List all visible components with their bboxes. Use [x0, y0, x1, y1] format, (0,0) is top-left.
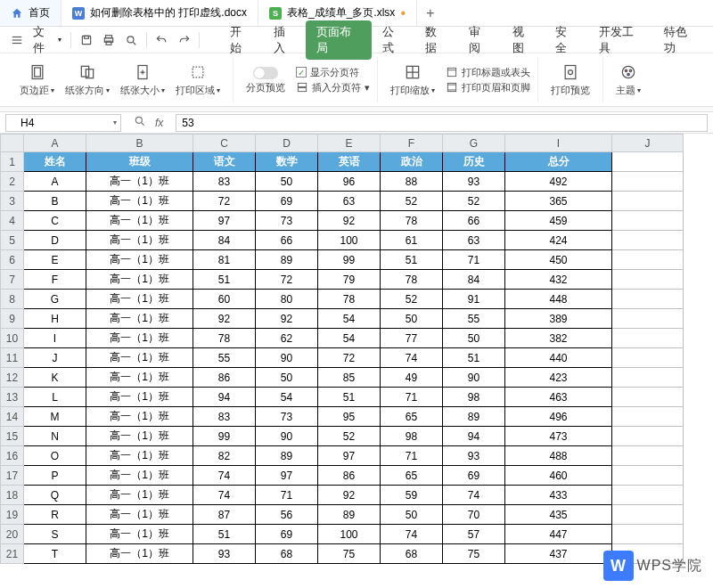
- column-header[interactable]: C: [193, 135, 256, 152]
- header-cell[interactable]: 语文: [193, 152, 256, 172]
- cell[interactable]: 高一（1）班: [86, 270, 193, 290]
- cell[interactable]: 90: [256, 427, 318, 446]
- cell[interactable]: 437: [505, 544, 612, 564]
- cell[interactable]: 92: [256, 309, 318, 329]
- cell[interactable]: 71: [381, 388, 443, 407]
- column-header[interactable]: G: [443, 135, 505, 152]
- cell[interactable]: 81: [193, 250, 256, 270]
- cell[interactable]: 高一（1）班: [86, 329, 193, 348]
- column-header[interactable]: A: [24, 135, 86, 152]
- cell[interactable]: 86: [318, 466, 381, 486]
- cell[interactable]: 488: [505, 446, 612, 466]
- cell[interactable]: 82: [193, 446, 256, 466]
- cell[interactable]: 63: [443, 231, 505, 250]
- cell[interactable]: 98: [443, 388, 505, 407]
- cell[interactable]: [612, 329, 684, 348]
- theme-button[interactable]: 主题▾: [611, 61, 646, 99]
- cell[interactable]: 89: [256, 446, 318, 466]
- cell[interactable]: 51: [193, 270, 256, 290]
- menu-tab-4[interactable]: 数据: [414, 20, 458, 60]
- header-cell[interactable]: 数学: [256, 152, 318, 172]
- cell[interactable]: 382: [505, 329, 612, 348]
- cell[interactable]: 62: [256, 329, 318, 348]
- cell[interactable]: 496: [505, 407, 612, 427]
- cell[interactable]: 86: [193, 368, 256, 388]
- cell[interactable]: 52: [381, 290, 443, 309]
- cell[interactable]: 433: [505, 486, 612, 505]
- tab-new-button[interactable]: +: [417, 5, 444, 21]
- cell[interactable]: 74: [381, 525, 443, 544]
- fx-search-icon[interactable]: [134, 115, 146, 130]
- cell[interactable]: 60: [193, 290, 256, 309]
- cell[interactable]: 75: [318, 544, 381, 564]
- cell[interactable]: L: [24, 388, 86, 407]
- cell[interactable]: [612, 192, 684, 211]
- cell[interactable]: 99: [193, 427, 256, 446]
- row-header[interactable]: 18: [1, 486, 24, 505]
- row-header[interactable]: 9: [1, 309, 24, 329]
- cell[interactable]: 55: [193, 348, 256, 368]
- cell[interactable]: [612, 427, 684, 446]
- cell[interactable]: 97: [256, 466, 318, 486]
- cell[interactable]: 72: [318, 348, 381, 368]
- row-header[interactable]: 5: [1, 231, 24, 250]
- cell[interactable]: 52: [381, 192, 443, 211]
- cell[interactable]: 94: [443, 427, 505, 446]
- row-header[interactable]: 12: [1, 368, 24, 388]
- cell[interactable]: 83: [193, 172, 256, 192]
- cell[interactable]: 52: [318, 427, 381, 446]
- row-header[interactable]: 21: [1, 544, 24, 564]
- cell[interactable]: 71: [381, 446, 443, 466]
- cell[interactable]: 447: [505, 525, 612, 544]
- print-preview-button[interactable]: 打印预览: [545, 61, 595, 99]
- cell[interactable]: 高一（1）班: [86, 172, 193, 192]
- cell[interactable]: 51: [193, 525, 256, 544]
- cell[interactable]: 78: [381, 270, 443, 290]
- menu-tab-5[interactable]: 审阅: [458, 20, 502, 60]
- cell[interactable]: 高一（1）班: [86, 211, 193, 231]
- cell[interactable]: 70: [443, 505, 505, 525]
- row-header[interactable]: 17: [1, 466, 24, 486]
- cell[interactable]: 71: [443, 250, 505, 270]
- cell[interactable]: 79: [318, 270, 381, 290]
- cell[interactable]: 高一（1）班: [86, 348, 193, 368]
- cell[interactable]: 65: [381, 407, 443, 427]
- cell[interactable]: 98: [381, 427, 443, 446]
- cell[interactable]: 54: [318, 329, 381, 348]
- print-button[interactable]: [97, 29, 119, 52]
- cell[interactable]: 87: [193, 505, 256, 525]
- cell[interactable]: E: [24, 250, 86, 270]
- cell[interactable]: 68: [256, 544, 318, 564]
- cell[interactable]: 78: [193, 329, 256, 348]
- cell[interactable]: [612, 388, 684, 407]
- cell[interactable]: 高一（1）班: [86, 466, 193, 486]
- tab-doc[interactable]: W 如何删除表格中的 打印虚线.docx: [61, 0, 258, 26]
- cell[interactable]: 高一（1）班: [86, 446, 193, 466]
- fx-button[interactable]: fx: [155, 117, 163, 129]
- print-scale-button[interactable]: 打印缩放▾: [385, 61, 440, 99]
- cell[interactable]: 448: [505, 290, 612, 309]
- cell[interactable]: 69: [256, 525, 318, 544]
- cell[interactable]: H: [24, 309, 86, 329]
- insert-page-break-button[interactable]: 插入分页符▾: [296, 81, 370, 94]
- cell[interactable]: 83: [193, 407, 256, 427]
- cell[interactable]: 63: [318, 192, 381, 211]
- cell[interactable]: 高一（1）班: [86, 407, 193, 427]
- cell[interactable]: 93: [193, 544, 256, 564]
- cell[interactable]: 89: [443, 407, 505, 427]
- select-all-corner[interactable]: [1, 135, 24, 152]
- cell[interactable]: 89: [318, 505, 381, 525]
- cell[interactable]: 365: [505, 192, 612, 211]
- cell[interactable]: 55: [443, 309, 505, 329]
- cell[interactable]: [612, 466, 684, 486]
- cell[interactable]: 435: [505, 505, 612, 525]
- header-cell[interactable]: 政治: [381, 152, 443, 172]
- cell[interactable]: [612, 368, 684, 388]
- cell[interactable]: 424: [505, 231, 612, 250]
- row-header[interactable]: 19: [1, 505, 24, 525]
- cell[interactable]: [612, 486, 684, 505]
- cell[interactable]: M: [24, 407, 86, 427]
- cell[interactable]: 51: [443, 348, 505, 368]
- cell[interactable]: 高一（1）班: [86, 368, 193, 388]
- cell[interactable]: 71: [256, 486, 318, 505]
